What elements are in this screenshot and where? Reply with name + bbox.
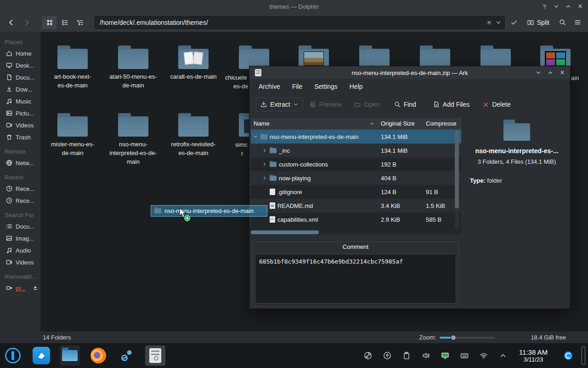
find-button[interactable]: Find: [390, 98, 420, 111]
scrollbar-thumb[interactable]: [251, 230, 319, 234]
help-button[interactable]: ?: [540, 2, 548, 11]
folder-item[interactable]: atari-50-menu-es-de-main: [105, 43, 162, 90]
open-button[interactable]: Open: [350, 98, 383, 111]
sidebar-item-recent-locations[interactable]: Rece...: [0, 195, 40, 207]
column-compressed-size[interactable]: Compresse: [423, 118, 461, 129]
delete-button[interactable]: Delete: [479, 98, 514, 111]
folder-item[interactable]: [346, 43, 403, 69]
forward-button[interactable]: [21, 16, 34, 29]
table-row[interactable]: README.md 3.4 KiB 1.5 KiB: [251, 199, 461, 213]
maximize-button[interactable]: [546, 69, 554, 77]
clock[interactable]: 11:38 AM 3/11/23: [514, 348, 553, 363]
network-tray-icon[interactable]: [479, 351, 489, 361]
zoom-slider-handle[interactable]: [451, 335, 456, 340]
compact-view-button[interactable]: [57, 16, 72, 29]
column-name[interactable]: Name: [251, 118, 378, 129]
steam-tray-icon[interactable]: [363, 351, 373, 361]
menu-archive[interactable]: Archive: [253, 81, 286, 92]
archive-table[interactable]: Name Original Size Compresse nso-menu-in…: [251, 118, 461, 230]
table-row[interactable]: nso-menu-interpreted-es-de-main 134.1 Mi…: [251, 130, 461, 144]
sidebar-item-pictures[interactable]: Pictu...: [0, 107, 40, 119]
application-launcher[interactable]: [3, 345, 23, 366]
scrollbar-thumb[interactable]: [455, 130, 459, 208]
taskbar-firefox[interactable]: [88, 345, 108, 366]
location-bar[interactable]: /home/deck/.emulationstation/themes/: [95, 16, 505, 29]
minimize-button[interactable]: [534, 69, 543, 77]
sidebar-item-removable-device[interactable]: pr...: [0, 282, 40, 294]
eject-icon[interactable]: [32, 285, 39, 291]
sidebar-item-downloads[interactable]: Dow...: [0, 83, 40, 95]
folder-item[interactable]: [467, 43, 524, 69]
back-button[interactable]: [5, 16, 17, 29]
ark-titlebar[interactable]: nso-menu-interpreted-es-de-main.zip — Ar…: [249, 66, 570, 79]
dolphin-titlebar[interactable]: themes — Dolphin ? ×: [0, 0, 588, 13]
clipboard-tray-icon[interactable]: [401, 351, 412, 361]
table-row[interactable]: _inc 134.1 MiB: [251, 144, 461, 157]
extract-button[interactable]: Extract: [256, 98, 303, 111]
location-dropdown-icon[interactable]: [495, 19, 502, 26]
details-view-button[interactable]: [73, 16, 87, 29]
sidebar-item-music[interactable]: Music: [0, 95, 40, 107]
screen-tray-icon[interactable]: [440, 351, 450, 361]
comment-text[interactable]: 685b1bf8c9349f16c47b6e9bd32214cbc75985af: [255, 254, 456, 304]
sidebar-item-videos[interactable]: Videos: [0, 119, 40, 131]
taskbar-steam[interactable]: [117, 345, 137, 366]
maximize-button[interactable]: [564, 2, 572, 11]
column-original-size[interactable]: Original Size: [378, 118, 423, 129]
sidebar-item-recent-files[interactable]: Rece...: [0, 183, 40, 195]
sidebar-item-search-videos[interactable]: Videos: [0, 256, 40, 268]
show-desktop-button[interactable]: [582, 346, 585, 365]
location-text[interactable]: /home/deck/.emulationstation/themes/: [100, 19, 482, 26]
table-row[interactable]: now-playing 404 B: [251, 171, 461, 185]
zoom-slider[interactable]: [440, 334, 495, 341]
preview-button[interactable]: Preview: [305, 98, 346, 111]
add-files-button[interactable]: Add Files: [429, 98, 473, 111]
expander-collapsed-icon[interactable]: [262, 175, 267, 181]
close-button[interactable]: ×: [576, 2, 584, 11]
expander-collapsed-icon[interactable]: [262, 161, 267, 167]
menu-help[interactable]: Help: [344, 81, 368, 92]
folder-item[interactable]: caralt-es-de-main: [165, 43, 222, 81]
folder-item[interactable]: nso-menu-interpreted-es-de-main: [105, 111, 162, 166]
vertical-scrollbar[interactable]: [455, 130, 459, 229]
keyboard-tray-icon[interactable]: [459, 351, 469, 361]
sidebar-item-search-documents[interactable]: Docu...: [0, 220, 40, 232]
taskbar-ark[interactable]: [145, 345, 165, 366]
folder-item[interactable]: [285, 43, 342, 69]
menu-file[interactable]: File: [287, 81, 308, 92]
clear-location-icon[interactable]: [485, 19, 492, 26]
table-row[interactable]: .gitignore 124 B 91 B: [251, 185, 461, 199]
split-view-button[interactable]: Split: [523, 16, 553, 29]
folder-item[interactable]: [226, 43, 283, 69]
sidebar-item-trash[interactable]: Trash: [0, 131, 40, 143]
search-button[interactable]: [556, 17, 568, 29]
expander-expanded-icon[interactable]: [253, 134, 258, 139]
expander-collapsed-icon[interactable]: [262, 148, 267, 153]
table-row[interactable]: capabilities.xml 2.9 KiB 585 B: [251, 213, 461, 226]
folder-item[interactable]: [407, 43, 464, 69]
folder-item[interactable]: [527, 43, 584, 69]
sidebar-item-search-images[interactable]: Imag...: [0, 232, 40, 244]
hamburger-menu-button[interactable]: [571, 17, 583, 29]
horizontal-scrollbar[interactable]: [251, 230, 461, 234]
sidebar-item-documents[interactable]: Docu...: [0, 71, 40, 83]
folder-item[interactable]: retrofix-revisited-es-de-main: [165, 111, 222, 157]
volume-tray-icon[interactable]: [421, 351, 431, 361]
taskbar-dolphin[interactable]: [60, 345, 80, 366]
icons-view-button[interactable]: [42, 16, 57, 29]
sidebar-item-search-audio[interactable]: Audio: [0, 244, 40, 256]
updates-tray-icon[interactable]: [382, 351, 392, 361]
sidebar-item-network[interactable]: Netw...: [0, 157, 40, 169]
menu-settings[interactable]: Settings: [309, 81, 343, 92]
folder-item[interactable]: art-book-next-es-de-main: [44, 43, 101, 90]
sidebar-item-desktop[interactable]: Desk...: [0, 59, 40, 71]
close-button[interactable]: ×: [558, 69, 566, 77]
return-to-gaming-mode[interactable]: [31, 345, 51, 366]
accept-location-button[interactable]: [508, 17, 520, 29]
folder-item[interactable]: mister-menu-es-de-main: [44, 111, 101, 157]
minimize-button[interactable]: [552, 2, 560, 11]
tray-app-icon[interactable]: [563, 351, 573, 361]
table-row[interactable]: custom-collections 192 B: [251, 157, 461, 171]
sidebar-item-home[interactable]: Home: [0, 47, 40, 59]
expand-tray-icon[interactable]: [498, 351, 508, 361]
